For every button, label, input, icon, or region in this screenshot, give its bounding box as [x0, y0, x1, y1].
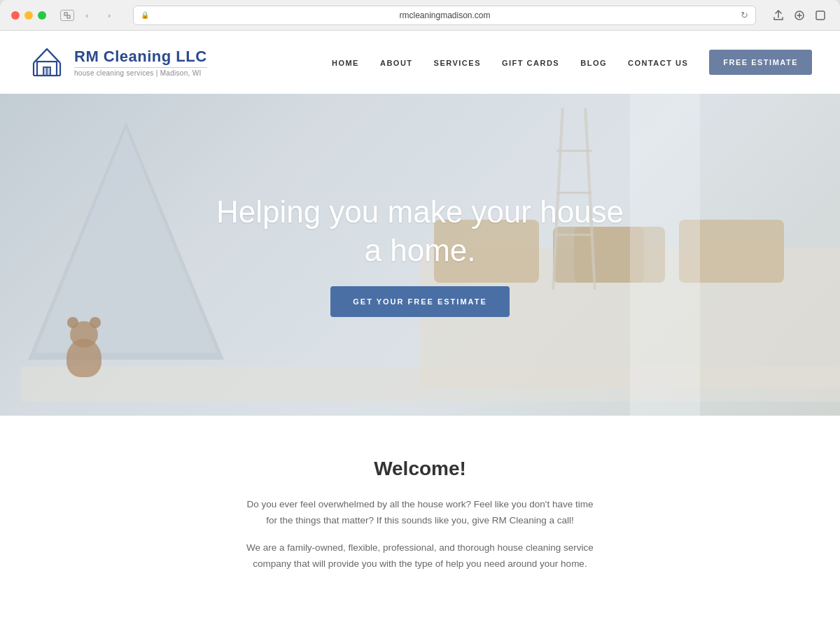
browser-actions	[770, 7, 829, 24]
hero-title: Helping you make your house a home.	[216, 192, 624, 269]
nav-links: HOME ABOUT SERVICES GIFT CARDS BLOG CONT…	[332, 50, 812, 75]
reload-icon[interactable]: ↻	[741, 10, 748, 20]
logo-icon	[28, 43, 66, 81]
traffic-lights	[11, 11, 46, 20]
close-button[interactable]	[11, 11, 20, 20]
maximize-button[interactable]	[38, 11, 46, 20]
logo-area[interactable]: RM Cleaning LLC house cleaning services …	[28, 43, 207, 81]
svg-rect-0	[64, 13, 67, 15]
address-bar[interactable]: 🔒 rmcleaningmadison.com ↻	[133, 6, 756, 25]
forward-button[interactable]: ›	[99, 8, 119, 22]
welcome-section: Welcome! Do you ever feel overwhelmed by…	[0, 416, 840, 612]
hero-get-estimate-button[interactable]: GET YOUR FREE ESTIMATE	[330, 286, 510, 317]
minimize-button[interactable]	[24, 11, 33, 20]
welcome-paragraph-1: Do you ever feel overwhelmed by all the …	[245, 497, 595, 529]
browser-titlebar: ‹ › 🔒 rmcleaningmadison.com ↻	[0, 0, 840, 31]
hero-content: Helping you make your house a home. GET …	[0, 94, 840, 416]
nav-item-contact[interactable]: CONTACT US	[628, 59, 688, 67]
tab-switcher-icon[interactable]	[60, 10, 74, 21]
navbar: RM Cleaning LLC house cleaning services …	[0, 31, 840, 94]
browser-window: ‹ › 🔒 rmcleaningmadison.com ↻	[0, 0, 840, 620]
url-text: rmcleaningmadison.com	[153, 10, 736, 20]
nav-item-blog[interactable]: BLOG	[580, 59, 607, 67]
lock-icon: 🔒	[141, 11, 149, 19]
nav-item-about[interactable]: ABOUT	[380, 59, 413, 67]
logo-name: RM Cleaning LLC	[74, 48, 207, 66]
nav-item-home[interactable]: HOME	[332, 59, 359, 67]
logo-tagline: house cleaning services | Madison, WI	[74, 67, 207, 77]
tabs-button[interactable]	[812, 7, 829, 24]
website-content: RM Cleaning LLC house cleaning services …	[0, 31, 840, 620]
nav-free-estimate-button[interactable]: FREE ESTIMATE	[709, 50, 812, 75]
logo-text-area: RM Cleaning LLC house cleaning services …	[74, 48, 207, 77]
svg-rect-1	[67, 15, 70, 18]
svg-rect-5	[816, 11, 825, 20]
nav-item-services[interactable]: SERVICES	[434, 59, 481, 67]
browser-nav-controls: ‹ ›	[60, 8, 119, 22]
hero-section: Helping you make your house a home. GET …	[0, 94, 840, 416]
new-tab-button[interactable]	[791, 7, 808, 24]
welcome-title: Welcome!	[28, 458, 812, 480]
welcome-paragraph-2: We are a family-owned, flexible, profess…	[245, 540, 595, 572]
nav-item-gift-cards[interactable]: GIFT CARDS	[502, 59, 559, 67]
back-button[interactable]: ‹	[77, 8, 97, 22]
share-button[interactable]	[770, 7, 787, 24]
